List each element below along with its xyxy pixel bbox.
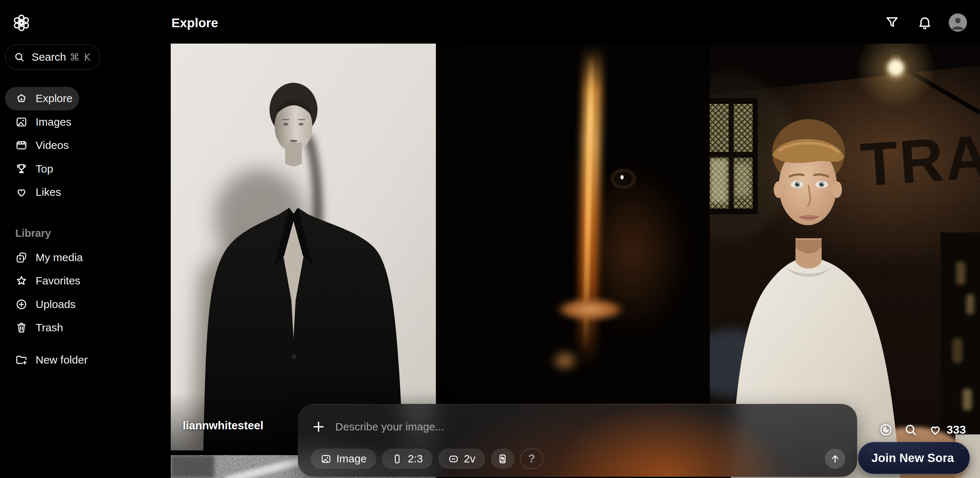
sidebar-item-my-media[interactable]: My media <box>5 246 79 269</box>
star-icon <box>15 275 28 287</box>
explore-icon <box>15 92 28 105</box>
videos-icon <box>15 139 28 151</box>
sidebar-item-label: My media <box>36 251 83 264</box>
openai-logo-icon[interactable] <box>13 14 30 31</box>
search-icon <box>13 51 25 63</box>
sidebar-nav: Explore Images Videos <box>5 87 165 371</box>
chip-label: 2v <box>464 453 476 465</box>
likes-count: 333 <box>947 423 966 437</box>
image-actions: 333 <box>879 421 966 439</box>
sidebar-item-favorites[interactable]: Favorites <box>5 269 79 293</box>
search-input[interactable]: Search ⌘ K <box>5 44 100 70</box>
sidebar-item-label: New folder <box>36 354 88 366</box>
arrow-up-icon <box>830 453 840 464</box>
join-new-sora-button[interactable]: Join New Sora <box>858 442 970 474</box>
help-chip[interactable]: ? <box>520 449 543 469</box>
search-shortcut: ⌘ K <box>70 52 91 63</box>
aspect-ratio-chip[interactable]: 2:3 <box>382 449 433 469</box>
search-label: Search <box>32 51 66 63</box>
variations-icon <box>448 453 459 465</box>
bell-icon[interactable] <box>917 14 933 30</box>
page-title: Explore <box>172 16 218 30</box>
sidebar-item-label: Favorites <box>36 275 80 287</box>
trophy-icon <box>15 163 28 175</box>
prompt-input[interactable] <box>335 421 844 433</box>
avatar[interactable] <box>949 13 967 32</box>
add-media-button[interactable] <box>311 419 326 434</box>
heart-icon <box>928 423 942 437</box>
join-label: Join New Sora <box>872 451 954 465</box>
gallery-item-portrait-blazer[interactable]: liannwhitesteel <box>171 44 436 450</box>
remix-icon[interactable] <box>879 423 893 437</box>
plus-circle-icon <box>15 298 28 311</box>
sidebar-item-label: Images <box>36 116 71 128</box>
sidebar-item-top[interactable]: Top <box>5 157 79 181</box>
presets-icon <box>497 453 508 465</box>
images-icon <box>15 116 28 128</box>
sidebar-item-explore[interactable]: Explore <box>5 87 79 110</box>
like-button[interactable]: 333 <box>928 423 966 437</box>
aspect-ratio-phone-icon <box>391 453 403 465</box>
heart-icon <box>15 186 28 198</box>
new-folder-icon <box>15 354 28 366</box>
media-type-chip[interactable]: Image <box>310 449 376 469</box>
sidebar-item-label: Trash <box>36 322 63 334</box>
sidebar: Search ⌘ K Explore Images <box>0 0 171 478</box>
library-heading: Library <box>15 227 165 239</box>
sidebar-item-label: Explore <box>36 92 73 105</box>
sidebar-item-trash[interactable]: Trash <box>5 316 79 339</box>
sidebar-item-label: Uploads <box>36 298 76 311</box>
variations-chip[interactable]: 2v <box>438 449 485 469</box>
sidebar-item-label: Videos <box>36 139 68 151</box>
sidebar-item-videos[interactable]: Videos <box>5 134 79 157</box>
new-folder-button[interactable]: New folder <box>5 348 79 372</box>
author-link[interactable]: liannwhitesteel <box>183 419 263 432</box>
sidebar-item-label: Likes <box>36 186 61 198</box>
plus-icon <box>311 419 326 434</box>
prompt-composer: Image 2:3 2v <box>298 404 857 477</box>
presets-chip[interactable] <box>491 449 515 469</box>
filter-icon[interactable] <box>884 14 900 30</box>
submit-button[interactable] <box>825 449 845 469</box>
sidebar-item-likes[interactable]: Likes <box>5 180 79 204</box>
chip-label: 2:3 <box>407 453 423 465</box>
chip-label: Image <box>336 453 366 465</box>
image-icon <box>320 453 332 465</box>
sidebar-item-label: Top <box>36 163 53 175</box>
sidebar-item-uploads[interactable]: Uploads <box>5 293 79 316</box>
help-icon: ? <box>528 452 535 465</box>
trash-icon <box>15 322 28 334</box>
search-icon[interactable] <box>904 423 918 437</box>
my-media-icon <box>15 251 28 264</box>
sidebar-item-images[interactable]: Images <box>5 110 79 134</box>
portrait-blazer-art <box>171 44 436 450</box>
sora-mascot-icon <box>962 448 963 468</box>
